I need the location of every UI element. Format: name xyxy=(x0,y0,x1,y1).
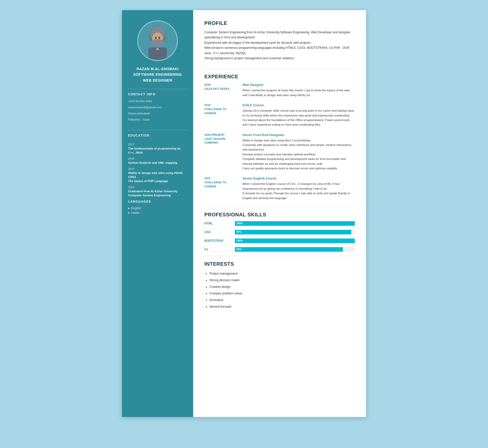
exp-left: 2018 GAZA-SKY GEEKS xyxy=(204,83,235,97)
svg-point-5 xyxy=(159,37,160,39)
experience-item: 2021 CHALLENGE TO CHANGE Senior English … xyxy=(204,177,355,200)
name-line3: WEB DESIGNER xyxy=(133,78,182,83)
skill-bar-container: 90% xyxy=(235,247,355,252)
profile-text: Computer System Engineering from Al-Azha… xyxy=(204,30,355,61)
exp-left: 2021 CHALLENGE TO CHANGE xyxy=(204,177,235,200)
skill-item: HTML 100% xyxy=(204,221,355,226)
skill-name: HTML xyxy=(204,222,230,225)
avatar xyxy=(137,20,178,61)
skill-name: C# xyxy=(204,248,230,251)
contact-location: Palestine , Gaza xyxy=(128,117,187,122)
edu-title: Ability to design web sites using Html5,… xyxy=(128,171,187,183)
exp-year: 2020-PRESENT xyxy=(204,133,235,136)
divider-interests xyxy=(204,256,355,256)
skill-bar-container: 100% xyxy=(235,238,355,243)
skills-title: PROFESSIONAL SKILLS xyxy=(204,212,355,218)
experience-item: 2020-PRESENT LIGHT SEASON COMPANY Senior… xyxy=(204,133,355,171)
experience-section: EXPERIENCE 2018 GAZA-SKY GEEKS Web Desig… xyxy=(204,74,355,200)
skill-name: BOOTSTRAP xyxy=(204,239,230,243)
svg-point-4 xyxy=(155,37,157,39)
exp-company: CHALLENGE TO CHANGE xyxy=(204,181,235,188)
exp-year: 2019 xyxy=(204,103,235,107)
skill-bar-label: 100% xyxy=(236,222,243,225)
experience-item: 2018 GAZA-SKY GEEKS Web Designer When I … xyxy=(204,83,355,97)
contact-name: Razan Alshobaki xyxy=(128,111,187,115)
education-title: EDUCATION xyxy=(128,134,149,137)
skill-bar-label: 90% xyxy=(236,248,241,251)
divider-skills xyxy=(204,206,355,207)
education-section: 2017The fundamentals of programming by C… xyxy=(128,140,187,198)
skill-bar-label: 97% xyxy=(236,231,241,233)
exp-right: Senior Front End Designeer Ability to de… xyxy=(242,133,355,171)
name-line2: SOFTWARE ENGINEERING xyxy=(133,72,182,77)
exp-company: CHALLENGE TO CHANGE xyxy=(204,107,235,115)
interest-item: Innovative xyxy=(209,297,355,303)
experience-list: 2018 GAZA-SKY GEEKS Web Designer When I … xyxy=(204,83,355,200)
interests-title: INTERESTS xyxy=(204,261,355,267)
exp-desc: When I joined the program of Gaza-Sky Ge… xyxy=(242,88,355,97)
sidebar: RAZAN M.AL-SHOBAKI SOFTWARE ENGINEERING … xyxy=(122,10,193,417)
edu-year: 2022 xyxy=(128,186,187,189)
skill-item: CSS 97% xyxy=(204,230,355,234)
skills-section: PROFESSIONAL SKILLS HTML 100% CSS 97% BO… xyxy=(204,212,355,252)
skills-list: HTML 100% CSS 97% BOOTSTRAP 100% C# 90% xyxy=(204,221,355,252)
skill-name: CSS xyxy=(204,230,230,234)
exp-title: Web Designer xyxy=(242,83,355,87)
name-section: RAZAN M.AL-SHOBAKI SOFTWARE ENGINEERING … xyxy=(133,66,182,83)
exp-desc: Joining c2c's computer skills course was… xyxy=(242,108,355,127)
profile-title: PROFILE xyxy=(204,20,355,26)
languages-title: LANGUAGES xyxy=(128,200,151,203)
exp-title: Senior English Course xyxy=(242,177,355,180)
divider-1 xyxy=(128,89,187,89)
interest-item: Creative design xyxy=(209,284,355,290)
interest-item: Service-focused xyxy=(209,304,355,310)
skill-bar-fill: 100% xyxy=(235,221,355,226)
divider-2 xyxy=(128,130,187,130)
bullet-icon xyxy=(128,212,129,214)
contact-info: +972 59-592-5454 razanmazen8@gmail.com R… xyxy=(128,99,187,124)
skill-item: BOOTSTRAP 100% xyxy=(204,238,355,243)
edu-title: System Analysis and UML mapping xyxy=(128,161,187,165)
exp-right: Senior English Course When I joined the … xyxy=(242,177,355,200)
divider-experience xyxy=(204,68,355,69)
skill-bar-label: 100% xyxy=(236,239,243,242)
interest-item: Strong decision maker xyxy=(209,277,355,283)
exp-company: GAZA-SKY GEEKS xyxy=(204,87,235,91)
skill-bar-fill: 97% xyxy=(235,230,351,234)
exp-title: ICDLE Course xyxy=(242,103,355,107)
name-line1: RAZAN M.AL-SHOBAKI xyxy=(133,66,182,72)
bullet-icon xyxy=(128,208,129,209)
resume-container: RAZAN M.AL-SHOBAKI SOFTWARE ENGINEERING … xyxy=(122,10,366,417)
interest-item: Project management xyxy=(209,271,355,277)
exp-desc: When I joined the English Course of C2C … xyxy=(242,182,355,200)
skill-bar-fill: 90% xyxy=(235,247,343,252)
exp-title: Senior Front End Designeer xyxy=(242,133,355,137)
edu-year: 2019 xyxy=(128,167,187,170)
skill-item: C# 90% xyxy=(204,247,355,252)
exp-left: 2019 CHALLENGE TO CHANGE xyxy=(204,103,235,127)
skill-bar-fill: 100% xyxy=(235,238,355,243)
lang-item: Arabic xyxy=(128,211,187,215)
svg-point-7 xyxy=(150,39,165,47)
contact-phone: +972 59-592-5454 xyxy=(128,99,187,103)
contact-email: razanmazen8@gmail.com xyxy=(128,105,187,109)
skill-bar-container: 100% xyxy=(235,221,355,226)
exp-year: 2018 xyxy=(204,83,235,86)
contact-title: CONTACT INFO xyxy=(128,93,156,96)
experience-title: EXPERIENCE xyxy=(204,74,355,80)
exp-company: LIGHT SEASON COMPANY xyxy=(204,137,235,145)
edu-year: 2018 xyxy=(128,157,187,160)
interests-list: Project managementStrong decision makerC… xyxy=(204,271,355,310)
experience-item: 2019 CHALLENGE TO CHANGE ICDLE Course Jo… xyxy=(204,103,355,127)
languages-section: EnglishArabic xyxy=(128,206,187,216)
exp-left: 2020-PRESENT LIGHT SEASON COMPANY xyxy=(204,133,235,171)
exp-desc: Ability to design web sites using Html, … xyxy=(242,138,355,171)
interests-section: INTERESTS Project managementStrong decis… xyxy=(204,261,355,310)
interest-item: Complex problem solver xyxy=(209,290,355,296)
exp-year: 2021 xyxy=(204,177,235,180)
profile-section: PROFILE Computer System Engineering from… xyxy=(204,20,355,61)
edu-title: The fundamentals of programming by C++, … xyxy=(128,146,187,155)
lang-item: English xyxy=(128,206,187,210)
exp-right: ICDLE Course Joining c2c's computer skil… xyxy=(242,103,355,127)
edu-title: Graduated from Al-Azhar UniversityComput… xyxy=(128,189,187,197)
